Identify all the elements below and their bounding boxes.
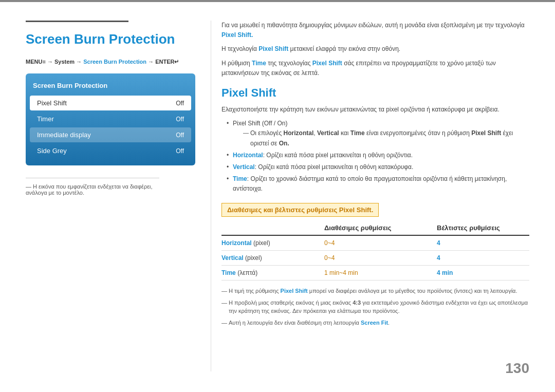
menu-box-title: Screen Burn Protection bbox=[26, 80, 195, 95]
left-panel: Screen Burn Protection MENU≡ → System → … bbox=[26, 21, 211, 371]
highlight-box-text: Διαθέσιμες και βέλτιστες ρυθμίσεις Pixel… bbox=[227, 206, 373, 214]
table-header-row: Διαθέσιμες ρυθμίσεις Βέλτιστες ρυθμίσεις bbox=[221, 224, 529, 236]
table-col2-header: Διαθέσιμες ρυθμίσεις bbox=[324, 224, 437, 232]
intro-line1: Για να μειωθεί η πιθανότητα δημιουργίας … bbox=[221, 21, 529, 40]
highlight-box: Διαθέσιμες και βέλτιστες ρυθμίσεις Pixel… bbox=[221, 203, 379, 217]
time-cell-blue: Time bbox=[221, 269, 236, 276]
sub-bullet-item-1: Οι επιλογές Horizontal, Vertical και Tim… bbox=[243, 128, 529, 148]
intro-line2: Η τεχνολογία Pixel Shift μετακινεί ελαφρ… bbox=[221, 44, 529, 54]
table-cell-vertical-range: 0~4 bbox=[324, 254, 437, 262]
arrow1: → System → bbox=[47, 59, 83, 65]
top-line bbox=[0, 0, 555, 2]
menu-label: MENU bbox=[26, 59, 42, 65]
table-cell-horizontal-best: 4 bbox=[437, 239, 529, 247]
on-ref: On. bbox=[279, 140, 289, 147]
vertical-ref: Vertical bbox=[317, 129, 339, 137]
table-cell-time-range: 1 min~4 min bbox=[324, 269, 437, 276]
menu-item-value-timer: Off bbox=[176, 116, 184, 123]
menu-item-side-grey[interactable]: Side Grey Off bbox=[30, 143, 191, 158]
pixel-shift-ref2: Pixel Shift bbox=[258, 45, 288, 52]
intro-line3: Η ρύθμιση Time της τεχνολογίας Pixel Shi… bbox=[221, 59, 529, 78]
vertical-cell-blue: Vertical bbox=[221, 254, 244, 262]
page-title: Screen Burn Protection bbox=[26, 31, 195, 47]
menu-item-value-pixel-shift: Off bbox=[176, 100, 184, 107]
table-cell-horizontal-range: 0~4 bbox=[324, 239, 437, 247]
sub-bullet-list: Οι επιλογές Horizontal, Vertical και Tim… bbox=[233, 128, 529, 148]
bullet-list: Pixel Shift (Off / On) Οι επιλογές Horiz… bbox=[221, 119, 529, 194]
horizontal-cell-blue: Horizontal bbox=[221, 239, 252, 247]
table-row-time: Time (λεπτά) 1 min~4 min 4 min bbox=[221, 266, 529, 281]
table-cell-time-label: Time (λεπτά) bbox=[221, 269, 324, 276]
screen-burn-link: Screen Burn Protection bbox=[83, 59, 146, 65]
menu-item-value-side-grey: Off bbox=[176, 147, 184, 155]
table-col3-header: Βέλτιστες ρυθμίσεις bbox=[437, 224, 529, 232]
table-row-vertical: Vertical (pixel) 0~4 4 bbox=[221, 251, 529, 266]
horizontal-bold: Horizontal bbox=[233, 152, 263, 159]
footnote-left: — Η εικόνα που εμφανίζεται ενδέχεται να … bbox=[26, 178, 159, 196]
pixel-shift-body: Ελαχιστοποιήστε την κράτηση των εικόνων … bbox=[221, 105, 529, 115]
menu-item-value-immediate-display: Off bbox=[176, 132, 184, 139]
divider-top bbox=[26, 21, 128, 22]
page-number: 130 bbox=[505, 360, 529, 377]
menu-item-label-timer: Timer bbox=[37, 115, 54, 123]
horizontal-ref: Horizontal bbox=[284, 129, 314, 137]
menu-item-label-pixel-shift: Pixel Shift bbox=[37, 99, 67, 107]
menu-path: MENU≡ → System → Screen Burn Protection … bbox=[26, 59, 195, 65]
bullet-item-4: Time: Ορίζει το χρονικό διάστημα κατά το… bbox=[227, 174, 529, 194]
pixel-shift-footnote1: Pixel Shift bbox=[281, 288, 308, 294]
table-cell-time-best: 4 min bbox=[437, 269, 529, 276]
time-ref: Time bbox=[252, 60, 266, 67]
menu-box: Screen Burn Protection Pixel Shift Off T… bbox=[26, 73, 195, 165]
bullet-item-1: Pixel Shift (Off / On) Οι επιλογές Horiz… bbox=[227, 119, 529, 148]
pixel-shift-ref3: Pixel Shift bbox=[312, 60, 342, 67]
menu-item-immediate-display[interactable]: Immediate display Off bbox=[30, 127, 191, 142]
bullet-item-3: Vertical: Ορίζει κατά πόσα pixel μετακιν… bbox=[227, 162, 529, 172]
footnotes-right: Η τιμή της ρύθμισης Pixel Shift μπορεί ν… bbox=[221, 287, 529, 327]
menu-item-timer[interactable]: Timer Off bbox=[30, 111, 191, 126]
arrow3: → ENTER↵ bbox=[146, 59, 179, 65]
bullet-item-2: Horizontal: Ορίζει κατά πόσα pixel μετακ… bbox=[227, 151, 529, 160]
pixel-shift-ref1: Pixel Shift. bbox=[221, 31, 253, 39]
right-panel: Για να μειωθεί η πιθανότητα δημιουργίας … bbox=[211, 21, 529, 371]
footnote-right-1: Η τιμή της ρύθμισης Pixel Shift μπορεί ν… bbox=[221, 287, 529, 295]
bullet1-blue: Pixel Shift (Off / On) bbox=[233, 120, 287, 127]
table-row-horizontal: Horizontal (pixel) 0~4 4 bbox=[221, 236, 529, 251]
time-ref2: Time bbox=[350, 129, 365, 137]
footnote-right-3: Αυτή η λειτουργία δεν είναι διαθέσιμη στ… bbox=[221, 319, 529, 327]
menu-item-label-immediate-display: Immediate display bbox=[37, 131, 91, 139]
screen-fit-bold: Screen Fit bbox=[361, 320, 388, 326]
menu-item-label-side-grey: Side Grey bbox=[37, 147, 67, 155]
pixel-shift-ref4: Pixel Shift bbox=[471, 129, 501, 137]
table-cell-vertical-label: Vertical (pixel) bbox=[221, 254, 324, 262]
menu-item-pixel-shift[interactable]: Pixel Shift Off bbox=[30, 96, 191, 110]
vertical-bold: Vertical bbox=[233, 163, 255, 171]
ratio-bold: 4:3 bbox=[353, 300, 361, 306]
table-cell-horizontal-label: Horizontal (pixel) bbox=[221, 239, 324, 247]
footnote-right-2: Η προβολή μιας σταθερής εικόνας ή μιας ε… bbox=[221, 298, 529, 315]
section-title: Pixel Shift bbox=[221, 86, 529, 100]
table-section: Διαθέσιμες ρυθμίσεις Βέλτιστες ρυθμίσεις… bbox=[221, 224, 529, 281]
table-col1-header bbox=[221, 224, 324, 232]
table-cell-vertical-best: 4 bbox=[437, 254, 529, 262]
time-bold: Time bbox=[233, 175, 247, 182]
